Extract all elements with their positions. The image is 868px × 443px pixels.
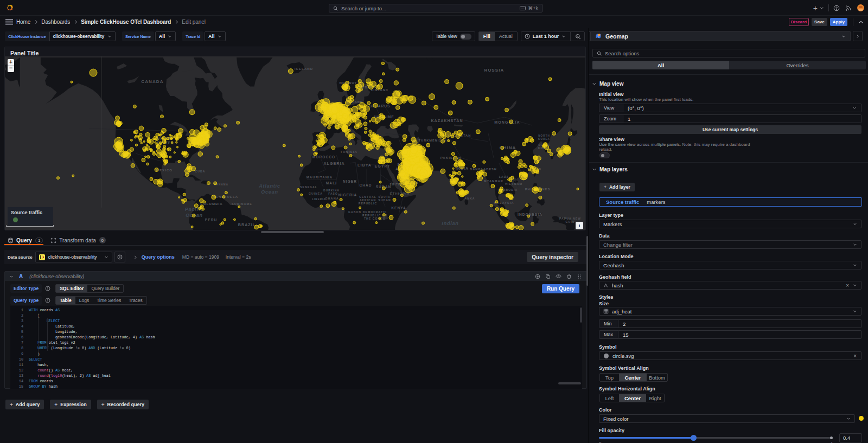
svg-text:ALGERIA: ALGERIA — [323, 162, 344, 165]
svg-text:CANADA: CANADA — [141, 79, 163, 84]
svg-text:VIETNAM: VIETNAM — [505, 182, 522, 185]
svg-text:GABON: GABON — [348, 210, 361, 214]
svg-text:Ocean: Ocean — [261, 189, 278, 195]
svg-text:VENEZUELA: VENEZUELA — [213, 195, 238, 198]
svg-text:REPUBLIC: REPUBLIC — [359, 202, 377, 205]
svg-text:MONGOLIA: MONGOLIA — [494, 120, 520, 124]
svg-text:PERU: PERU — [205, 218, 217, 222]
svg-text:LAOS: LAOS — [499, 175, 509, 178]
svg-text:KOREA: KOREA — [538, 138, 550, 140]
svg-text:MAURITANIA: MAURITANIA — [307, 176, 333, 179]
svg-text:EGYPT: EGYPT — [374, 164, 390, 168]
svg-text:BRAZIL: BRAZIL — [238, 223, 256, 227]
svg-text:KENYA: KENYA — [391, 206, 406, 210]
svg-text:SUDAN: SUDAN — [378, 198, 391, 202]
svg-text:FASO: FASO — [328, 192, 337, 195]
svg-text:MYANMAR: MYANMAR — [484, 179, 503, 183]
svg-text:THE CONGO: THE CONGO — [364, 217, 386, 220]
svg-text:RUSSIA: RUSSIA — [484, 68, 505, 73]
svg-text:Indian: Indian — [442, 221, 458, 226]
svg-text:LIBYA: LIBYA — [358, 163, 372, 167]
svg-text:INDONESIA: INDONESIA — [518, 213, 542, 216]
svg-text:Atlantic: Atlantic — [258, 183, 280, 189]
svg-text:CHAD: CHAD — [359, 183, 372, 187]
svg-text:TUNISIA: TUNISIA — [340, 150, 358, 153]
svg-text:SURINAME: SURINAME — [232, 202, 252, 206]
svg-text:NIGER: NIGER — [343, 179, 357, 183]
svg-text:GUIN: GUIN — [566, 220, 575, 223]
svg-text:BURKINA: BURKINA — [323, 189, 340, 192]
svg-text:GUINEA: GUINEA — [309, 192, 323, 195]
svg-text:SENEGAL: SENEGAL — [300, 185, 317, 189]
svg-text:MEXICO: MEXICO — [156, 169, 173, 172]
svg-text:KAZAKHSTAN: KAZAKHSTAN — [431, 119, 463, 123]
svg-text:CUBA: CUBA — [195, 170, 206, 173]
svg-text:PAKISTAN: PAKISTAN — [441, 156, 462, 159]
svg-text:MALI: MALI — [326, 181, 337, 185]
svg-text:ANKA: ANKA — [465, 197, 475, 200]
svg-text:LIBERIA: LIBERIA — [312, 198, 326, 201]
svg-text:NORTH: NORTH — [538, 134, 550, 137]
svg-text:BELARUS: BELARUS — [369, 104, 390, 108]
svg-text:GHANA: GHANA — [325, 197, 339, 200]
svg-text:ICELAND: ICELAND — [295, 67, 313, 70]
svg-text:NIGERIA: NIGERIA — [339, 193, 358, 197]
